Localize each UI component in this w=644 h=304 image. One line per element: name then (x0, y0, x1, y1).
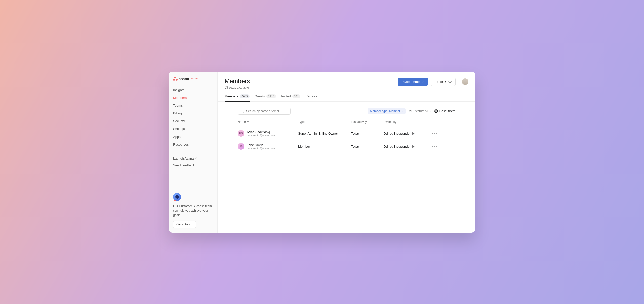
member-invited-by: Joined independently (384, 145, 429, 148)
sidebar-item-billing[interactable]: Billing (169, 109, 217, 117)
member-email: jane.smith@acme.com (247, 147, 275, 150)
main-panel: Members 98 seats available Invite member… (218, 72, 475, 233)
promo-illustration-icon (173, 193, 181, 201)
member-type: Super Admin, Billing Owner (298, 132, 351, 135)
send-feedback-link[interactable]: Send feedback (169, 162, 217, 168)
sidebar-item-label: Members (173, 96, 187, 100)
get-in-touch-button[interactable]: Get in touch (173, 221, 196, 228)
promo-button-label: Get in touch (176, 223, 193, 226)
seats-available: 98 seats available (225, 86, 398, 89)
reset-label: Reset filters (439, 109, 455, 113)
sidebar-item-resources[interactable]: Resources (169, 141, 217, 148)
name-cell: JS Jane Smith jane.smith@acme.com (238, 143, 298, 150)
button-label: Export CSV (435, 80, 452, 84)
launch-asana-link[interactable]: Launch Asana (169, 155, 217, 162)
sidebar-item-label: Insights (173, 88, 184, 92)
column-header-type[interactable]: Type (298, 120, 351, 124)
members-table: Name ▼ Type Last activity Invited by RS … (238, 120, 455, 153)
logo-text: asana (179, 77, 189, 81)
sidebar-item-label: Billing (173, 111, 182, 115)
column-header-last-activity[interactable]: Last activity (351, 120, 384, 124)
promo-text: Our Customer Success team can help you a… (173, 204, 213, 218)
clear-icon: ✕ (434, 109, 438, 113)
button-label: Invite members (402, 80, 424, 84)
name-block: Jane Smith jane.smith@acme.com (247, 143, 275, 150)
tab-label: Invited (281, 94, 291, 98)
member-invited-by: Joined independently (384, 132, 429, 135)
sidebar-item-apps[interactable]: Apps (169, 133, 217, 141)
sidebar: asana ADMIN Insights Members Teams Billi… (169, 72, 218, 233)
export-csv-button[interactable]: Export CSV (431, 78, 456, 86)
search-box[interactable] (238, 108, 291, 115)
name-block: Ryan Ssdkfjdskj jane.smith@acme.com (247, 130, 275, 137)
toolbar: Member type: Member ▾ 2FA status: All ▾ … (238, 108, 455, 115)
count-badge: 2214 (266, 94, 276, 98)
tab-label: Members (225, 94, 238, 98)
sort-descending-icon: ▼ (247, 121, 249, 123)
sidebar-item-teams[interactable]: Teams (169, 102, 217, 109)
count-badge: 5643 (240, 94, 249, 98)
asana-logo-icon (173, 77, 178, 81)
sidebar-item-members[interactable]: Members (169, 94, 217, 102)
chevron-down-icon: ▾ (402, 110, 403, 112)
sidebar-item-label: Resources (173, 143, 189, 146)
member-name: Ryan Ssdkfjdskj (247, 130, 275, 134)
table-header: Name ▼ Type Last activity Invited by (238, 120, 455, 127)
search-input[interactable] (246, 109, 288, 113)
svg-point-0 (241, 110, 243, 112)
sidebar-item-label: Security (173, 119, 185, 123)
sidebar-item-label: Apps (173, 135, 181, 139)
sidebar-item-label: Settings (173, 127, 185, 131)
table-row[interactable]: RS Ryan Ssdkfjdskj jane.smith@acme.com S… (238, 127, 455, 140)
logo-suffix: ADMIN (191, 78, 198, 80)
reset-filters-button[interactable]: ✕ Reset filters (434, 109, 455, 113)
filter-label: 2FA status: All (409, 109, 428, 113)
chevron-down-icon: ▾ (430, 110, 431, 112)
member-email: jane.smith@acme.com (247, 134, 275, 137)
member-avatar: JS (238, 143, 244, 150)
filter-2fa-status[interactable]: 2FA status: All ▾ (409, 109, 431, 113)
member-name: Jane Smith (247, 143, 275, 147)
spacer (169, 168, 217, 193)
external-link-icon (195, 157, 198, 160)
divider (173, 152, 213, 152)
launch-label: Launch Asana (173, 157, 194, 160)
invite-members-button[interactable]: Invite members (398, 78, 428, 86)
table-row[interactable]: JS Jane Smith jane.smith@acme.com Member… (238, 140, 455, 153)
logo: asana ADMIN (169, 77, 217, 85)
tab-label: Removed (305, 94, 319, 98)
column-header-name[interactable]: Name ▼ (238, 120, 298, 124)
member-last-activity: Today (351, 132, 384, 135)
header-actions: Invite members Export CSV (398, 78, 468, 86)
sidebar-item-security[interactable]: Security (169, 117, 217, 125)
name-cell: RS Ryan Ssdkfjdskj jane.smith@acme.com (238, 130, 298, 137)
page-title: Members (225, 78, 398, 85)
search-icon (240, 109, 244, 113)
svg-line-1 (243, 112, 244, 112)
count-badge: 361 (292, 94, 300, 98)
member-last-activity: Today (351, 145, 384, 148)
member-type: Member (298, 145, 351, 148)
tab-invited[interactable]: Invited 361 (281, 94, 300, 101)
promo-block: Our Customer Success team can help you a… (169, 193, 217, 228)
tab-guests[interactable]: Guests 2214 (255, 94, 276, 101)
filter-member-type[interactable]: Member type: Member ▾ (368, 108, 406, 114)
sidebar-item-label: Teams (173, 104, 183, 107)
tabs: Members 5643 Guests 2214 Invited 361 Rem… (218, 92, 475, 102)
sidebar-nav: Insights Members Teams Billing Security … (169, 85, 217, 149)
content-area: Member type: Member ▾ 2FA status: All ▾ … (218, 102, 475, 153)
sidebar-item-insights[interactable]: Insights (169, 86, 217, 94)
sidebar-item-settings[interactable]: Settings (169, 125, 217, 133)
tab-members[interactable]: Members 5643 (225, 94, 250, 101)
column-label: Name (238, 120, 246, 124)
current-user-avatar[interactable] (462, 78, 468, 85)
filter-label: Member type: Member (370, 109, 400, 113)
column-header-invited-by[interactable]: Invited by (384, 120, 429, 124)
page-header: Members 98 seats available Invite member… (218, 72, 475, 92)
tab-label: Guests (255, 94, 265, 98)
app-window: asana ADMIN Insights Members Teams Billi… (169, 72, 475, 233)
row-actions-button[interactable]: ••• (429, 131, 439, 136)
row-actions-button[interactable]: ••• (429, 144, 439, 149)
tab-removed[interactable]: Removed (305, 94, 319, 101)
member-avatar: RS (238, 130, 244, 137)
